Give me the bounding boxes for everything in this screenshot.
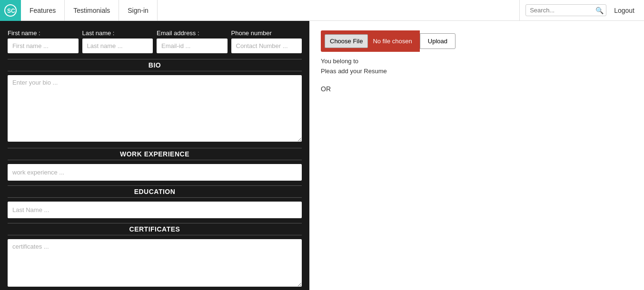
or-label: OR — [321, 85, 633, 93]
navbar-right: 🔍 Logout — [520, 4, 644, 16]
phone-group: Phone number — [231, 29, 302, 53]
nav-testimonials[interactable]: Testimonials — [65, 0, 119, 20]
work-section-header: WORK EXPERIENCE — [8, 148, 302, 160]
first-name-label: First name : — [8, 29, 79, 37]
email-input[interactable] — [157, 39, 228, 53]
certificates-section-header: CERTIFICATES — [8, 223, 302, 235]
navbar: SC Features Testimonials Sign-in 🔍 Logou… — [0, 0, 644, 21]
search-input[interactable] — [525, 4, 606, 16]
main-layout: First name : Last name : Email address :… — [0, 21, 644, 290]
nav-features[interactable]: Features — [21, 0, 65, 20]
work-input[interactable] — [8, 164, 302, 181]
svg-text:SC: SC — [7, 8, 15, 14]
add-resume-line: Pleas add your Resume — [321, 67, 633, 77]
nav-links: Features Testimonials Sign-in — [21, 0, 158, 20]
education-section-header: EDUCATION — [8, 185, 302, 198]
education-input[interactable] — [8, 202, 302, 218]
first-name-input[interactable] — [8, 39, 79, 53]
last-name-group: Last name : — [82, 29, 153, 53]
file-input-wrapper: Choose File No file chosen — [321, 30, 420, 52]
phone-input[interactable] — [231, 39, 302, 53]
name-row: First name : Last name : Email address :… — [8, 29, 302, 53]
no-file-label: No file chosen — [368, 38, 419, 45]
bio-textarea[interactable] — [8, 75, 302, 142]
email-group: Email address : — [157, 29, 228, 53]
file-upload-row: Choose File No file chosen Upload — [321, 30, 633, 52]
search-icon-btn[interactable]: 🔍 — [595, 7, 604, 14]
upload-button[interactable]: Upload — [420, 33, 456, 49]
right-panel: Choose File No file chosen Upload You be… — [309, 21, 644, 290]
first-name-group: First name : — [8, 29, 79, 53]
last-name-input[interactable] — [82, 39, 153, 53]
search-wrapper: 🔍 — [525, 4, 606, 16]
logo: SC — [0, 0, 21, 21]
certificates-textarea[interactable] — [8, 239, 302, 287]
bio-section-header: BIO — [8, 59, 302, 71]
email-label: Email address : — [157, 29, 228, 37]
logout-button[interactable]: Logout — [610, 5, 638, 16]
phone-label: Phone number — [231, 29, 302, 37]
you-belong-line: You belong to — [321, 57, 633, 67]
last-name-label: Last name : — [82, 29, 153, 37]
belong-text: You belong to Pleas add your Resume — [321, 57, 633, 77]
nav-separator — [158, 0, 520, 20]
choose-file-button[interactable]: Choose File — [325, 34, 368, 48]
nav-signin[interactable]: Sign-in — [119, 0, 158, 20]
left-panel: First name : Last name : Email address :… — [0, 21, 309, 290]
